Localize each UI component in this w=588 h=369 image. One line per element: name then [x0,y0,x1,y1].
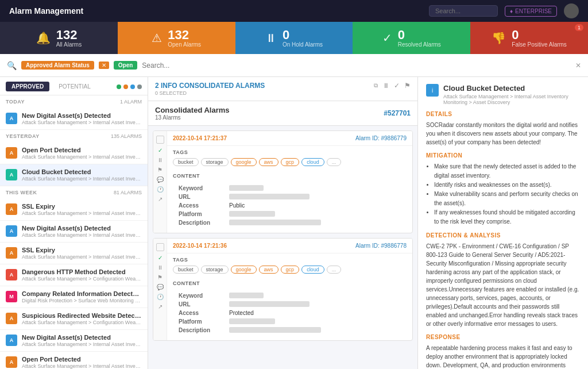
pause-toolbar-icon[interactable]: ⏸ [382,82,389,90]
alarm-card: ✓ ⏸ ⚑ 💬 🕐 ↗ 2022-10-14 17:21:37 Alarm ID… [153,130,413,233]
list-item[interactable]: A Cloud Bucket Detected Attack Surface M… [0,164,148,186]
list-item[interactable]: A Dangerous HTTP Method Detected Attack … [0,264,148,286]
card-tags-section: TAGS bucket storage google aws gcp cloud… [167,253,412,277]
stat-open-alarms[interactable]: ⚠ 132 Open Alarms [118,22,235,54]
check-toolbar-icon[interactable]: ✓ [394,82,400,90]
response-section: RESPONSE A repeatable hardening process … [426,334,580,369]
list-item[interactable]: A Open Port Detected Attack Surface Mana… [0,143,148,164]
resolved-alarms-label: Resolved Alarms [398,41,441,48]
card-share-icon[interactable]: ↗ [158,303,163,310]
alarm-title: SSL Expiry [22,203,142,210]
platform-value [229,211,275,217]
tag-cloud[interactable]: cloud [301,158,324,166]
search-icon: 🔍 [7,61,17,70]
list-item[interactable]: A SSL Expiry Attack Surface Management >… [0,199,148,221]
alarm-card: ✓ ⏸ ⚑ 💬 🕐 ↗ 2022-10-14 17:21:36 Alarm ID… [153,238,413,341]
tag-storage[interactable]: storage [201,266,229,274]
cloud-bucket-icon: i [426,84,439,97]
card-header: 2022-10-14 17:21:36 Alarm ID: #9886778 [167,239,412,253]
mitigation-section: MITIGATION Make sure that the newly dete… [426,152,580,226]
search-input[interactable] [142,62,571,70]
right-panel-subtitle: Attack Surface Management > Internal Ass… [443,94,580,105]
open-filter-badge[interactable]: Open [114,61,138,70]
right-panel-title: Cloud Bucket Detected [443,84,580,93]
list-item[interactable]: A Suspicious Redirected Website Detected… [0,308,148,330]
tag-bucket[interactable]: bucket [173,266,199,274]
list-item[interactable]: A New Digital Asset(s) Detected Attack S… [0,330,148,352]
alarm-icon: A [6,169,17,180]
mitigation-list: Make sure that the newly detected asset … [434,162,580,226]
card-checkbox[interactable] [156,243,164,251]
alarm-title: Open Port Detected [22,356,142,363]
alarm-tabs: APPROVED POTENTIAL [0,77,148,95]
alarm-title: New Digital Asset(s) Detected [22,334,142,341]
alarm-title: Dangerous HTTP Method Detected [22,268,142,275]
close-search-icon[interactable]: ✕ [575,62,581,70]
card-side-icons: ✓ ⏸ ⚑ 💬 🕐 ↗ [153,131,167,233]
tag-aws[interactable]: aws [259,158,278,166]
list-item[interactable]: M Company Related Information Detected o… [0,286,148,308]
tag-google[interactable]: google [231,266,257,274]
details-text: SOCRadar constantly monitors the digital… [426,121,580,147]
avatar[interactable] [564,3,579,18]
dot-blue [130,84,135,89]
card-comment-icon[interactable]: 💬 [157,176,164,183]
card-clock-icon[interactable]: 🕐 [157,294,164,300]
open-alarms-count: 132 [168,29,201,41]
tag-more[interactable]: ... [327,266,342,274]
tag-google[interactable]: google [231,158,257,166]
stat-resolved-alarms[interactable]: ✓ 0 Resolved Alarms [353,22,470,54]
alarm-icon: A [6,247,17,259]
alarm-id: #527701 [384,109,411,117]
card-side-icons: ✓ ⏸ ⚑ 💬 🕐 ↗ [153,239,167,340]
header-search-input[interactable] [429,5,498,17]
card-date: 2022-10-14 17:21:37 [173,135,227,141]
alarm-title: Open Port Detected [22,147,142,153]
list-item[interactable]: A Open Port Detected Attack Surface Mana… [0,352,148,369]
tag-bucket[interactable]: bucket [173,158,199,166]
stat-onhold-alarms[interactable]: ⏸ 0 On Hold Alarms [235,22,353,54]
tab-potential[interactable]: POTENTIAL [53,82,96,91]
alarm-icon: A [6,147,17,159]
stat-all-alarms[interactable]: 🔔 132 All Alarms [0,22,118,54]
card-share-icon[interactable]: ↗ [158,196,163,202]
falsepositive-label: False Positive Alarms [512,41,567,48]
card-checkbox[interactable] [156,136,164,144]
list-item[interactable]: A New Digital Asset(s) Detected Attack S… [0,108,148,130]
tag-gcp[interactable]: gcp [281,158,300,166]
card-comment-icon[interactable]: 💬 [157,284,164,290]
tag-storage[interactable]: storage [201,158,229,166]
list-item[interactable]: A New Digital Asset(s) Detected Attack S… [0,221,148,243]
tag-cloud[interactable]: cloud [301,266,324,274]
alarm-title: New Digital Asset(s) Detected [22,225,142,232]
falsepositive-count: 0 [512,29,567,41]
section-today: TODAY 1 ALARM [0,95,148,108]
card-resolve-icon[interactable]: ✓ [158,147,163,153]
detection-text: CWE-2 7PK - Environment / CWE-16 Configu… [426,242,580,328]
card-header: 2022-10-14 17:21:37 Alarm ID: #9886779 [167,131,412,146]
filter-remove-button[interactable]: ✕ [99,62,109,69]
card-clock-icon[interactable]: 🕐 [157,186,164,193]
stat-falsepositive-alarms[interactable]: 1 👎 0 False Positive Alarms [470,22,588,54]
warning-icon: ⚠ [152,31,162,45]
tag-gcp[interactable]: gcp [281,266,300,274]
alarm-icon: A [6,225,17,237]
card-resolve-icon[interactable]: ✓ [158,255,163,261]
consolidated-alarms-title: 2 INFO CONSOLIDATED ALARMS [155,82,265,90]
card-flag-icon[interactable]: ⚑ [157,274,163,280]
url-value [229,301,310,307]
tab-approved[interactable]: APPROVED [6,82,49,91]
flag-toolbar-icon[interactable]: ⚑ [404,82,411,90]
approved-filter-badge[interactable]: Approved Alarm Status [21,61,94,70]
tag-more[interactable]: ... [327,158,342,166]
stat-badge: 1 [575,24,583,31]
card-flag-icon[interactable]: ⚑ [157,167,163,173]
copy-icon[interactable]: ⧉ [374,82,378,89]
alarm-icon: A [6,113,17,124]
card-alarm-id: Alarm ID: #9886778 [355,243,407,249]
card-pause-icon[interactable]: ⏸ [157,157,163,163]
list-item[interactable]: A SSL Expiry Attack Surface Management >… [0,243,148,264]
tag-aws[interactable]: aws [259,266,278,274]
alarm-title: New Digital Asset(s) Detected [22,112,142,119]
card-pause-icon[interactable]: ⏸ [157,264,163,271]
